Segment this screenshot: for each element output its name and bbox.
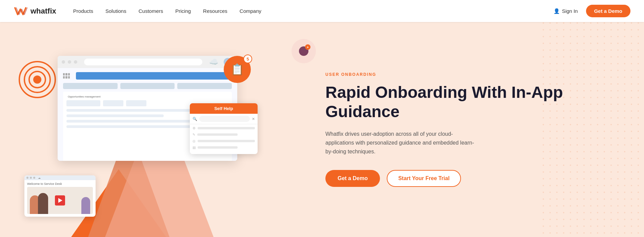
self-help-item-1: ⚙ xyxy=(193,126,255,130)
nav-company[interactable]: Company xyxy=(240,8,261,14)
avatar-silhouette-3 xyxy=(81,197,90,214)
nav-get-demo-button[interactable]: Get a Demo xyxy=(586,5,630,17)
circle-center xyxy=(33,76,41,84)
nav-links: Products Solutions Customers Pricing Res… xyxy=(73,8,554,14)
item-icon-1: ⚙ xyxy=(193,126,196,130)
nav-products[interactable]: Products xyxy=(73,8,93,14)
self-help-items: ⚙ ✎ ◎ ▤ xyxy=(190,124,258,154)
video-card: ☁ Welcome to Service Desk xyxy=(24,175,96,217)
nav-right: 👤 Sign In Get a Demo xyxy=(554,5,630,17)
self-help-item-3: ◎ xyxy=(193,139,255,143)
play-button[interactable] xyxy=(55,195,65,206)
hero-get-demo-button[interactable]: Get a Demo xyxy=(325,170,380,187)
hero-content: + USER ONBOARDING Rapid Onboarding With … xyxy=(305,22,644,237)
content-row-2 xyxy=(66,114,164,117)
avatar-silhouette-2 xyxy=(38,193,48,214)
checklist-icon: 📋 xyxy=(230,63,244,76)
video-card-title: Welcome to Service Desk xyxy=(24,180,96,187)
browser-dot-1 xyxy=(62,60,65,64)
hero-free-trial-button[interactable]: Start Your Free Trial xyxy=(387,170,461,187)
notification-badge: 📋 5 xyxy=(224,56,251,83)
circles-decoration xyxy=(19,61,56,98)
svg-rect-1 xyxy=(542,22,644,237)
sign-in-button[interactable]: 👤 Sign In xyxy=(554,8,578,14)
hero-illustration: ☁️ xyxy=(0,22,305,237)
self-help-search: 🔍 ✕ xyxy=(190,114,258,124)
nav-pricing[interactable]: Pricing xyxy=(175,8,191,14)
browser-address-bar xyxy=(84,59,202,65)
grid-icon xyxy=(63,73,70,79)
user-icon: 👤 xyxy=(554,8,560,14)
logo-text: whatfix xyxy=(31,7,56,16)
item-icon-4: ▤ xyxy=(193,146,196,149)
self-help-item-4: ▤ xyxy=(193,146,255,149)
logo[interactable]: whatfix xyxy=(14,5,56,17)
badge-count: 5 xyxy=(243,55,252,63)
opp-management-label: Opportunities management xyxy=(66,95,228,98)
browser-dot-2 xyxy=(68,60,71,64)
play-triangle-icon xyxy=(58,198,62,203)
browser-dot-3 xyxy=(74,60,77,64)
search-icon: 🔍 xyxy=(193,117,197,121)
self-help-search-bar xyxy=(199,116,250,122)
self-help-widget: Self Help 🔍 ✕ ⚙ ✎ ◎ xyxy=(190,103,258,154)
browser-top-bar: ☁️ xyxy=(58,56,237,68)
self-help-item-2: ✎ xyxy=(193,133,255,136)
category-label: USER ONBOARDING xyxy=(325,72,617,77)
hero-title: Rapid Onboarding With In-App Guidance xyxy=(325,83,617,121)
content-row-3 xyxy=(66,120,196,123)
cloud-mini-icon: ☁ xyxy=(38,176,41,179)
nav-customers[interactable]: Customers xyxy=(139,8,163,14)
cta-buttons: Get a Demo Start Your Free Trial xyxy=(325,170,617,187)
item-icon-3: ◎ xyxy=(193,139,196,143)
nav-resources[interactable]: Resources xyxy=(203,8,227,14)
dot-pattern-decoration xyxy=(542,22,644,237)
hero-section: ☁️ xyxy=(0,22,644,237)
hero-description: Whatfix drives user-adoption across all … xyxy=(325,130,481,156)
browser-nav-row xyxy=(63,72,232,80)
browser-cloud-icon: ☁️ xyxy=(209,58,218,66)
user-add-icon: + xyxy=(291,39,316,63)
add-icon: + xyxy=(305,44,310,50)
item-icon-2: ✎ xyxy=(193,133,195,136)
close-icon: ✕ xyxy=(252,117,255,121)
video-thumbnail[interactable] xyxy=(27,187,93,214)
nav-solutions[interactable]: Solutions xyxy=(105,8,126,14)
browser-toolbar-bar xyxy=(76,72,232,80)
browser-dropdown-row xyxy=(63,83,232,89)
self-help-header: Self Help xyxy=(190,103,258,114)
navbar: whatfix Products Solutions Customers Pri… xyxy=(0,0,644,22)
video-card-top-bar: ☁ xyxy=(24,175,96,180)
